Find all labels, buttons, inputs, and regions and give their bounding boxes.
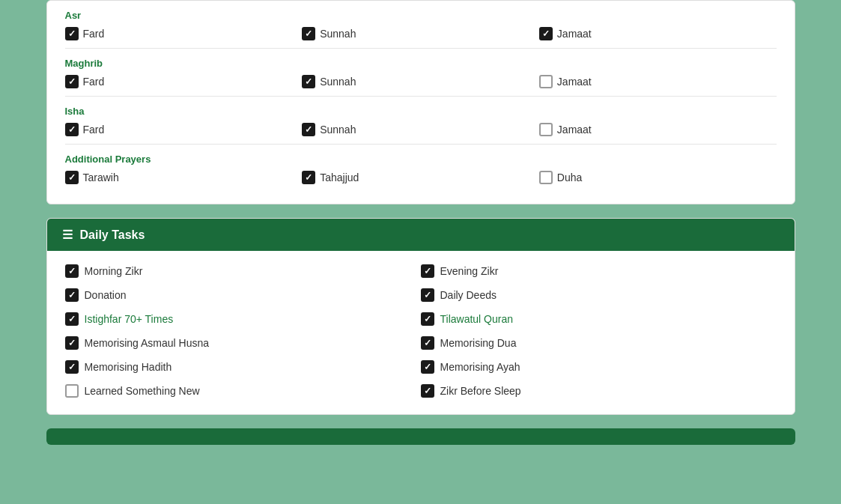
- task-label: Zikr Before Sleep: [440, 385, 521, 397]
- checkbox[interactable]: [539, 171, 553, 184]
- daily-tasks-header: ☰ Daily Tasks: [47, 219, 795, 251]
- prayer-label: Fard: [83, 124, 105, 136]
- task-label: Memorising Dua: [440, 337, 517, 349]
- prayer-label: Jamaat: [557, 124, 592, 136]
- task-checkbox[interactable]: [421, 336, 434, 350]
- prayer-item[interactable]: Sunnah: [302, 27, 539, 40]
- daily-tasks-body: Morning ZikrEvening ZikrDonationDaily De…: [47, 251, 795, 414]
- page-wrapper: AsrFardSunnahJamaatMaghribFardSunnahJama…: [0, 0, 841, 504]
- task-item[interactable]: Morning Zikr: [65, 260, 421, 282]
- checkbox[interactable]: [65, 75, 79, 88]
- task-checkbox[interactable]: [421, 264, 434, 278]
- checkbox[interactable]: [65, 27, 79, 40]
- task-checkbox[interactable]: [421, 288, 434, 302]
- prayer-label: Duha: [557, 171, 582, 183]
- prayer-item[interactable]: Tarawih: [65, 171, 303, 184]
- tasks-icon: ☰: [62, 228, 73, 242]
- prayer-item[interactable]: Jamaat: [539, 27, 777, 40]
- prayer-item[interactable]: Tahajjud: [302, 171, 539, 184]
- task-label: Memorising Hadith: [85, 361, 172, 373]
- task-label: Memorising Asmaul Husna: [85, 337, 210, 349]
- daily-tasks-title: Daily Tasks: [80, 228, 145, 242]
- prayer-label: Tarawih: [83, 171, 119, 183]
- prayer-item[interactable]: Duha: [539, 171, 777, 184]
- prayer-label: Jamaat: [557, 28, 592, 40]
- task-item[interactable]: Memorising Ayah: [421, 356, 777, 378]
- task-label: Learned Something New: [85, 385, 200, 397]
- prayer-group-asr: AsrFardSunnahJamaat: [65, 1, 777, 49]
- prayer-items-isha: FardSunnahJamaat: [65, 123, 777, 136]
- bottom-card: [46, 428, 795, 445]
- prayer-item[interactable]: Fard: [65, 75, 303, 88]
- prayer-group-isha: IshaFardSunnahJamaat: [65, 97, 777, 145]
- tasks-grid: Morning ZikrEvening ZikrDonationDaily De…: [65, 260, 777, 402]
- prayer-item[interactable]: Jamaat: [539, 123, 777, 136]
- main-content: AsrFardSunnahJamaatMaghribFardSunnahJama…: [46, 0, 795, 452]
- prayer-item[interactable]: Jamaat: [539, 75, 777, 88]
- checkbox[interactable]: [539, 75, 553, 88]
- checkbox[interactable]: [302, 27, 315, 40]
- prayer-label: Sunnah: [320, 124, 356, 136]
- checkbox[interactable]: [65, 123, 79, 136]
- daily-tasks-card: ☰ Daily Tasks Morning ZikrEvening ZikrDo…: [46, 218, 795, 415]
- prayer-item[interactable]: Sunnah: [302, 75, 539, 88]
- task-checkbox[interactable]: [65, 288, 79, 302]
- task-checkbox[interactable]: [65, 384, 79, 398]
- task-label: Daily Deeds: [440, 289, 497, 301]
- prayer-item[interactable]: Fard: [65, 123, 303, 136]
- checkbox[interactable]: [302, 123, 315, 136]
- task-item[interactable]: Memorising Hadith: [65, 356, 421, 378]
- task-item[interactable]: Zikr Before Sleep: [421, 380, 777, 402]
- prayer-label: Fard: [83, 28, 105, 40]
- prayer-label: Sunnah: [320, 28, 356, 40]
- task-label: Memorising Ayah: [440, 361, 520, 373]
- task-checkbox[interactable]: [65, 336, 79, 350]
- prayer-label: Fard: [83, 76, 105, 88]
- checkbox[interactable]: [539, 123, 553, 136]
- task-checkbox[interactable]: [65, 264, 79, 278]
- prayer-group-title-asr: Asr: [65, 10, 777, 21]
- prayer-group-title-additional: Additional Prayers: [65, 154, 777, 165]
- prayers-card: AsrFardSunnahJamaatMaghribFardSunnahJama…: [46, 0, 795, 204]
- prayer-group-maghrib: MaghribFardSunnahJamaat: [65, 49, 777, 97]
- prayer-group-additional: Additional PrayersTarawihTahajjudDuha: [65, 145, 777, 192]
- prayer-item[interactable]: Fard: [65, 27, 303, 40]
- task-label: Istighfar 70+ Times: [85, 313, 174, 325]
- task-checkbox[interactable]: [421, 312, 434, 326]
- task-item[interactable]: Memorising Asmaul Husna: [65, 332, 421, 354]
- task-item[interactable]: Donation: [65, 284, 421, 306]
- checkbox[interactable]: [302, 171, 315, 184]
- task-checkbox[interactable]: [421, 360, 434, 374]
- prayer-items-maghrib: FardSunnahJamaat: [65, 75, 777, 88]
- task-label: Morning Zikr: [85, 265, 143, 277]
- task-checkbox[interactable]: [65, 312, 79, 326]
- task-checkbox[interactable]: [65, 360, 79, 374]
- task-label: Donation: [85, 289, 127, 301]
- task-item[interactable]: Daily Deeds: [421, 284, 777, 306]
- task-label: Evening Zikr: [440, 265, 499, 277]
- task-label: Tilawatul Quran: [440, 313, 514, 325]
- prayer-label: Tahajjud: [320, 171, 359, 183]
- prayer-group-title-maghrib: Maghrib: [65, 58, 777, 69]
- prayer-items-additional: TarawihTahajjudDuha: [65, 171, 777, 184]
- prayer-item[interactable]: Sunnah: [302, 123, 539, 136]
- task-item[interactable]: Memorising Dua: [421, 332, 777, 354]
- task-checkbox[interactable]: [421, 384, 434, 398]
- checkbox[interactable]: [539, 27, 553, 40]
- checkbox[interactable]: [302, 75, 315, 88]
- task-item[interactable]: Evening Zikr: [421, 260, 777, 282]
- task-item[interactable]: Istighfar 70+ Times: [65, 308, 421, 330]
- prayer-label: Jamaat: [557, 76, 592, 88]
- task-item[interactable]: Learned Something New: [65, 380, 421, 402]
- prayer-items-asr: FardSunnahJamaat: [65, 27, 777, 40]
- checkbox[interactable]: [65, 171, 79, 184]
- task-item[interactable]: Tilawatul Quran: [421, 308, 777, 330]
- prayer-label: Sunnah: [320, 76, 356, 88]
- prayer-group-title-isha: Isha: [65, 106, 777, 117]
